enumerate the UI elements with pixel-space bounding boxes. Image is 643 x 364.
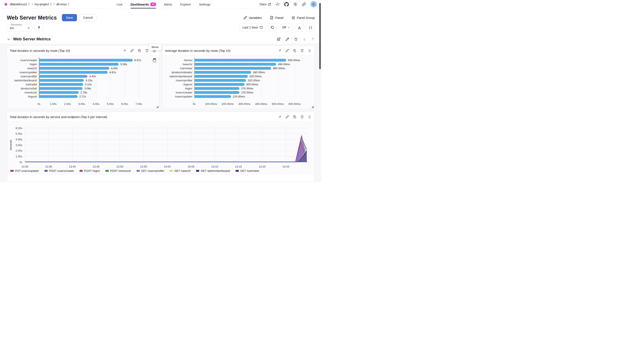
x-axis-tick-label: 13:30 [22,165,29,168]
bar-track: 220.00ms [194,95,302,98]
legend-item[interactable]: GET /cart/view/ [236,169,259,172]
add-panel-button[interactable]: Panel [270,16,283,20]
x-axis-tick-label: 0s [193,102,196,106]
edit-section-icon[interactable] [286,38,289,41]
bar-category-label: /admin/dashboard/ [162,75,194,78]
github-icon[interactable] [284,2,289,6]
duplicate-panel-icon[interactable] [137,48,142,53]
bar-track: 2.71s [39,95,146,98]
move-tooltip-label: Move [152,46,159,49]
bar-value-label: 310.00ms [248,79,260,82]
legend-swatch [236,170,239,172]
duplicate-panel-icon[interactable] [292,114,297,119]
time-range-button[interactable]: Last 1 hour [240,23,266,32]
duplicate-panel-icon[interactable] [292,48,297,53]
delete-panel-icon[interactable] [300,48,305,53]
bar-row: /login/5.59s [7,62,159,66]
breadcrumb-org[interactable]: ddanielcruzz [10,2,30,6]
chevron-updown-icon [50,3,52,6]
bar [39,83,83,86]
expand-panel-icon[interactable] [278,48,282,53]
scrollbar-thumb[interactable] [319,3,321,69]
docs-link[interactable]: Docs [260,2,271,6]
legend-item[interactable]: GET /users/profile/ [136,169,164,172]
bar [39,79,84,82]
edit-panel-icon[interactable] [285,48,290,53]
variables-button[interactable]: Variables [244,16,262,20]
auto-refresh-select[interactable]: Off [279,23,293,32]
move-section-down-icon[interactable] [303,38,306,41]
bar-row: /admin/dashboard/320.00ms [162,74,315,78]
dashboard-toolbar: Resolution 1m Last 1 hour Off { } [0,21,321,32]
legend-item[interactable]: POST /checkout/ [105,169,131,172]
panel-title: Total duration in seconds by route (Top … [10,49,70,52]
drag-handle-icon[interactable] [307,48,312,53]
expand-panel-icon[interactable] [122,48,127,53]
nav-tab-explore[interactable]: Explore [180,0,191,8]
x-axis-tick-label: 600.00ms [289,102,301,106]
drag-handle-icon[interactable] [307,115,312,119]
resolution-select[interactable]: Resolution 1m [7,23,32,32]
chevron-updown-icon [28,3,30,6]
panel-resize-handle[interactable] [312,106,314,108]
page-scrollbar [319,0,321,182]
bar-category-label: /checkout/ [7,91,39,94]
nav-tab-dashboards[interactable]: Dashboards V2 [131,0,156,8]
refresh-button[interactable] [268,23,277,32]
delete-section-icon[interactable] [294,38,298,41]
bar-row: /users/create/270.00ms [162,90,315,94]
breadcrumb-project[interactable]: my-project [35,2,52,6]
bar-row: /checkout/2.79s [7,90,159,94]
x-axis-tick-label: 0s [38,102,40,106]
legend-item[interactable]: PUT /users/update/ [11,169,39,172]
bar [39,71,108,74]
bar [194,87,240,90]
resolution-label: Resolution [10,23,23,26]
pin-icon [37,26,41,29]
add-panel-group-button[interactable]: Panel Group [292,16,315,20]
add-panel-group-label: Panel Group [297,16,315,20]
user-avatar[interactable]: D [310,1,317,8]
slack-icon[interactable] [276,2,280,6]
chevron-down-icon [27,27,30,29]
expand-panel-icon[interactable] [278,114,282,119]
bar-row: /products/details/340.00ms [162,70,315,74]
edit-panel-icon[interactable] [130,48,134,53]
download-button[interactable] [295,23,304,32]
legend-item[interactable]: POST /users/create/ [45,169,74,172]
breadcrumb-separator: / [54,2,54,6]
add-chart-icon[interactable] [277,37,281,41]
series-line [25,149,307,162]
save-button[interactable]: Save [62,14,77,21]
bar-chart-x-axis: 0s1.00s2.00s3.00s4.00s5.00s6.00s7.00s [39,102,146,109]
move-section-up-icon[interactable] [311,38,315,41]
nav-tab-live[interactable]: Live [117,0,122,8]
panel-average-duration-by-route: Average duration in seconds by route (To… [162,46,315,109]
nav-tab-settings[interactable]: Settings [199,0,210,8]
nav-tab-alerts[interactable]: Alerts [164,0,172,8]
legend-item[interactable]: GET /search/ [170,169,190,172]
toolbar-right: Last 1 hour Off { } [240,23,315,32]
bar-track: 4.81s [39,71,146,74]
x-axis-tick-label: 400.00ms [255,102,267,106]
bar-category-label: /search/ [7,67,39,70]
bar-category-label: /logout/ [7,95,39,98]
legend-item[interactable]: GET /admin/dashboard/ [196,169,230,172]
json-editor-button[interactable]: { } [306,23,315,32]
theme-sun-icon[interactable] [293,2,298,6]
breadcrumb-env[interactable]: all envs [56,2,70,6]
pin-button[interactable] [35,23,44,32]
legend-item[interactable]: POST /login/ [80,169,100,172]
collapse-chevron-icon[interactable] [7,38,10,40]
x-axis-tick-label: 4.00s [93,102,100,106]
share-link-icon[interactable] [302,2,306,6]
cancel-button[interactable]: Cancel [79,14,97,21]
bar-row: /login/270.00ms [162,86,315,90]
panel-resize-handle[interactable] [156,106,158,108]
panel-header: Total duration in seconds by service and… [7,112,314,122]
edit-panel-icon[interactable] [285,114,290,119]
series-area [25,147,307,162]
bar-track: 4.93s [39,67,146,70]
delete-panel-icon[interactable] [300,114,305,119]
bar-value-label: 3.15s [86,79,92,82]
